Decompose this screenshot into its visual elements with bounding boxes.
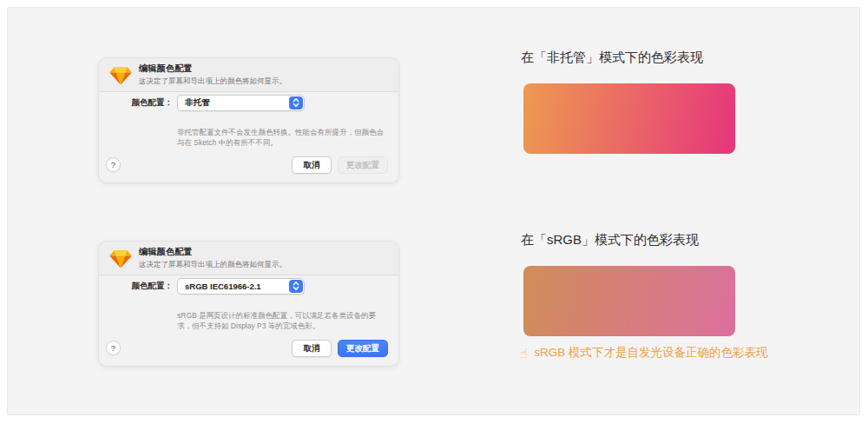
dialog-subtitle: 这决定了屏幕和导出项上的颜色将如何显示。 — [139, 76, 286, 87]
srgb-mode-title: 在「sRGB」模式下的色彩表现 — [521, 232, 699, 248]
cancel-button[interactable]: 取消 — [292, 340, 332, 357]
dialog-button-row: 取消 更改配置 — [292, 156, 388, 174]
color-profile-label: 颜色配置： — [99, 281, 173, 292]
change-profile-button: 更改配置 — [338, 156, 388, 174]
dialog-title: 编辑颜色配置 — [139, 246, 286, 258]
color-profile-dialog-unmanaged: 编辑颜色配置 这决定了屏幕和导出项上的颜色将如何显示。 颜色配置： 非托管 非托… — [98, 57, 399, 183]
unmanaged-mode-title: 在「非托管」模式下的色彩表现 — [521, 50, 703, 66]
unmanaged-gradient-swatch — [523, 83, 735, 154]
dialog-title: 编辑颜色配置 — [139, 63, 286, 75]
cancel-button[interactable]: 取消 — [292, 156, 332, 174]
srgb-caption: ☝ sRGB 模式下才是自发光设备正确的色彩表现 — [520, 345, 767, 361]
dropdown-selected-value: sRGB IEC61966-2.1 — [178, 282, 261, 291]
profile-help-text: 非托管配置文件不会发生颜色转换。性能会有所提升，但颜色会与在 Sketch 中的… — [177, 127, 391, 148]
srgb-gradient-swatch — [523, 266, 735, 336]
page: 编辑颜色配置 这决定了屏幕和导出项上的颜色将如何显示。 颜色配置： 非托管 非托… — [0, 0, 868, 424]
help-button[interactable]: ? — [106, 157, 121, 172]
srgb-caption-text: sRGB 模式下才是自发光设备正确的色彩表现 — [534, 345, 767, 361]
dialog-subtitle: 这决定了屏幕和导出项上的颜色将如何显示。 — [139, 260, 286, 270]
dialog-title-block: 编辑颜色配置 这决定了屏幕和导出项上的颜色将如何显示。 — [139, 63, 286, 87]
pointing-up-icon: ☝ — [520, 347, 528, 360]
dialog-header: 编辑颜色配置 这决定了屏幕和导出项上的颜色将如何显示。 — [99, 242, 398, 275]
dialog-body: 颜色配置： sRGB IEC61966-2.1 sRGB 是网页设计的标准颜色配… — [99, 275, 398, 367]
dropdown-selected-value: 非托管 — [178, 97, 210, 109]
sketch-diamond-icon — [109, 65, 132, 85]
help-button[interactable]: ? — [106, 341, 121, 355]
profile-help-text: sRGB 是网页设计的标准颜色配置，可以满足若各类设备的要求，但不支持如 Dis… — [177, 310, 391, 331]
chevron-up-down-icon — [289, 96, 303, 109]
color-profile-dropdown[interactable]: 非托管 — [177, 95, 305, 111]
dialog-header: 编辑颜色配置 这决定了屏幕和导出项上的颜色将如何显示。 — [99, 58, 398, 92]
dialog-title-block: 编辑颜色配置 这决定了屏幕和导出项上的颜色将如何显示。 — [139, 246, 286, 270]
sketch-diamond-icon — [109, 248, 132, 268]
chevron-up-down-icon — [289, 280, 303, 293]
dialog-body: 颜色配置： 非托管 非托管配置文件不会发生颜色转换。性能会有所提升，但颜色会与在… — [99, 92, 398, 183]
color-profile-dropdown[interactable]: sRGB IEC61966-2.1 — [177, 278, 305, 295]
change-profile-button[interactable]: 更改配置 — [338, 340, 388, 357]
dialog-button-row: 取消 更改配置 — [292, 340, 388, 357]
color-profile-dialog-srgb: 编辑颜色配置 这决定了屏幕和导出项上的颜色将如何显示。 颜色配置： sRGB I… — [98, 241, 399, 367]
color-profile-label: 颜色配置： — [99, 97, 173, 109]
